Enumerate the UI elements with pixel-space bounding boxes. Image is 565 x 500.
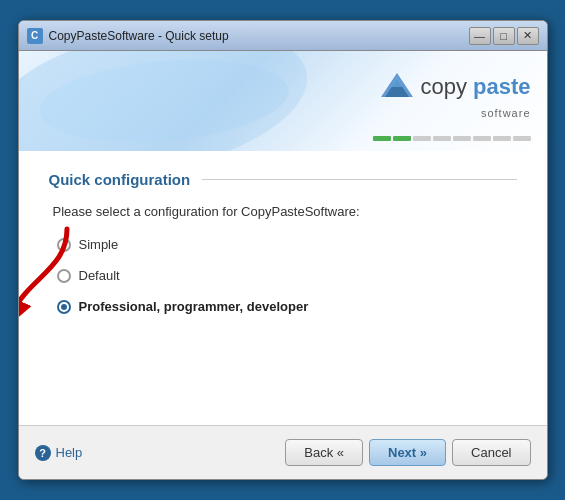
section-divider — [202, 179, 516, 180]
radio-label-default: Default — [79, 268, 120, 283]
close-button[interactable]: ✕ — [517, 27, 539, 45]
app-icon: C — [27, 28, 43, 44]
help-link[interactable]: ? Help — [35, 445, 83, 461]
help-icon: ? — [35, 445, 51, 461]
window-title: CopyPasteSoftware - Quick setup — [49, 29, 469, 43]
radio-group: Simple Default — [57, 237, 517, 314]
back-button[interactable]: Back « — [285, 439, 363, 466]
title-bar: C CopyPasteSoftware - Quick setup — □ ✕ — [19, 21, 547, 51]
progress-segment-1 — [373, 136, 391, 141]
progress-segment-5 — [453, 136, 471, 141]
section-title: Quick configuration — [49, 171, 191, 188]
radio-circle-professional — [57, 300, 71, 314]
progress-segment-7 — [493, 136, 511, 141]
progress-segment-3 — [413, 136, 431, 141]
logo-copy-text: copy — [421, 74, 467, 100]
logo-subtitle: software — [481, 107, 531, 119]
brand-logo: copypaste software — [379, 69, 531, 119]
config-description: Please select a configuration for CopyPa… — [53, 204, 517, 219]
footer-bar: ? Help Back « Next » Cancel — [19, 425, 547, 479]
logo-row: copypaste — [379, 69, 531, 105]
progress-segment-2 — [393, 136, 411, 141]
cancel-button[interactable]: Cancel — [452, 439, 530, 466]
progress-segment-6 — [473, 136, 491, 141]
minimize-button[interactable]: — — [469, 27, 491, 45]
progress-segment-8 — [513, 136, 531, 141]
radio-default[interactable]: Default — [57, 268, 517, 283]
logo-icon — [379, 69, 415, 105]
radio-simple[interactable]: Simple — [57, 237, 517, 252]
title-bar-controls: — □ ✕ — [469, 27, 539, 45]
radio-dot-professional — [61, 304, 67, 310]
progress-segment-4 — [433, 136, 451, 141]
section-header: Quick configuration — [49, 171, 517, 188]
radio-label-simple: Simple — [79, 237, 119, 252]
main-window: C CopyPasteSoftware - Quick setup — □ ✕ … — [18, 20, 548, 480]
footer-buttons: Back « Next » Cancel — [285, 439, 530, 466]
logo-paste-text: paste — [473, 74, 530, 100]
next-button[interactable]: Next » — [369, 439, 446, 466]
maximize-button[interactable]: □ — [493, 27, 515, 45]
radio-label-professional: Professional, programmer, developer — [79, 299, 309, 314]
radio-circle-default — [57, 269, 71, 283]
radio-professional[interactable]: Professional, programmer, developer — [57, 299, 517, 314]
progress-bar — [373, 136, 531, 141]
header-banner: copypaste software — [19, 51, 547, 151]
help-label: Help — [56, 445, 83, 460]
radio-circle-simple — [57, 238, 71, 252]
content-area: Quick configuration Please select a conf… — [19, 151, 547, 425]
